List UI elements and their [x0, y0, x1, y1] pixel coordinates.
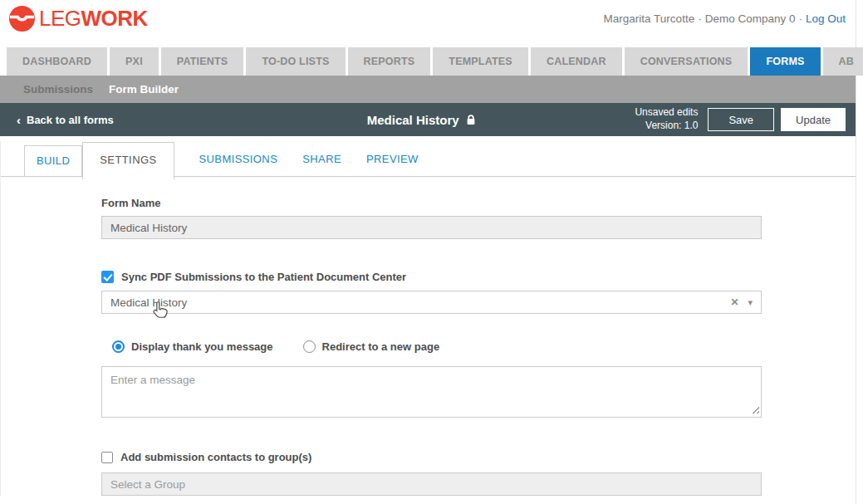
form-name-label: Form Name [101, 197, 762, 209]
clear-selection-icon[interactable]: ✕ [730, 296, 738, 308]
add-to-group-checkbox[interactable] [101, 452, 113, 463]
nav-tab-dashboard[interactable]: DASHBOARD [7, 47, 107, 76]
legwork-logo[interactable]: LEGWORK [8, 5, 148, 32]
redirect-new-page-label: Redirect to a new page [322, 340, 440, 353]
update-button[interactable]: Update [781, 108, 846, 131]
subnav-item-form-builder[interactable]: Form Builder [109, 83, 179, 95]
tab-share[interactable]: SHARE [302, 153, 341, 176]
select-controls: ✕ ▾ [730, 291, 753, 313]
separator: · [698, 12, 702, 25]
nav-tab-todo-lists[interactable]: TO-DO LISTS [246, 47, 345, 76]
form-title-text: Medical History [367, 113, 459, 127]
nav-tab-ab[interactable]: AB [823, 47, 863, 76]
primary-nav: DASHBOARD PXI PATIENTS TO-DO LISTS REPOR… [0, 37, 856, 76]
form-name-input[interactable] [101, 216, 762, 239]
nav-tab-pxi[interactable]: PXI [110, 47, 159, 76]
form-title: Medical History [208, 113, 635, 127]
redirect-new-page-radio[interactable] [303, 340, 316, 353]
save-button[interactable]: Save [708, 108, 774, 131]
separator: · [798, 12, 802, 25]
document-type-select[interactable]: Medical History ✕ ▾ [101, 291, 762, 314]
add-to-group-label: Add submission contacts to group(s) [120, 451, 311, 463]
forms-subnav: Submissions Form Builder [0, 76, 856, 103]
builder-tabs: BUILD SETTINGS SUBMISSIONS SHARE PREVIEW [1, 141, 856, 177]
logout-link[interactable]: Log Out [806, 12, 846, 25]
group-select-input[interactable] [101, 472, 762, 496]
back-to-all-forms-link[interactable]: ‹ Back to all forms [17, 114, 208, 126]
thank-you-message-textarea[interactable] [101, 366, 762, 418]
sync-pdf-checkbox[interactable] [101, 271, 114, 283]
sync-pdf-row: Sync PDF Submissions to the Patient Docu… [101, 271, 762, 283]
user-name: Margarita Turcotte [604, 12, 695, 25]
nav-tab-calendar[interactable]: CALENDAR [531, 47, 622, 76]
document-type-value: Medical History [110, 296, 187, 309]
settings-panel: Form Name Sync PDF Submissions to the Pa… [1, 197, 856, 496]
unsaved-edits-text: Unsaved edits [635, 106, 698, 120]
nav-tab-patients[interactable]: PATIENTS [161, 47, 244, 76]
display-thank-you-label: Display thank you message [131, 340, 273, 353]
form-builder-main: BUILD SETTINGS SUBMISSIONS SHARE PREVIEW… [0, 141, 856, 496]
lock-icon [466, 114, 476, 125]
subnav-item-submissions[interactable]: Submissions [23, 83, 93, 95]
sync-pdf-label: Sync PDF Submissions to the Patient Docu… [121, 271, 406, 283]
display-thank-you-radio[interactable] [112, 340, 125, 353]
thank-you-message-wrap [101, 366, 762, 418]
toolbar-actions: Unsaved edits Version: 1.0 Save Update [635, 106, 846, 132]
legwork-smile-icon [8, 5, 36, 32]
back-label: Back to all forms [27, 114, 114, 126]
company-name: Demo Company 0 [705, 12, 796, 25]
tab-submissions[interactable]: SUBMISSIONS [199, 153, 278, 176]
save-status: Unsaved edits Version: 1.0 [635, 106, 698, 132]
chevron-down-icon[interactable]: ▾ [748, 297, 753, 308]
back-chevron-icon: ‹ [17, 114, 21, 126]
app-window: LEGWORK Margarita Turcotte·Demo Company … [0, 0, 856, 504]
tab-build[interactable]: BUILD [24, 145, 82, 176]
confirmation-options-row: Display thank you message Redirect to a … [101, 340, 762, 353]
nav-tab-templates[interactable]: TEMPLATES [433, 47, 528, 76]
form-toolbar: ‹ Back to all forms Medical History Unsa… [0, 103, 856, 136]
logo-wordmark: LEGWORK [39, 7, 148, 29]
tab-settings[interactable]: SETTINGS [82, 142, 174, 179]
nav-tab-reports[interactable]: REPORTS [348, 47, 431, 76]
add-to-group-row: Add submission contacts to group(s) [101, 451, 762, 463]
tab-preview[interactable]: PREVIEW [366, 153, 419, 176]
version-text: Version: 1.0 [635, 120, 698, 133]
top-header: LEGWORK Margarita Turcotte·Demo Company … [0, 0, 856, 37]
nav-tab-forms[interactable]: FORMS [750, 47, 820, 76]
nav-tab-conversations[interactable]: CONVERSATIONS [625, 47, 748, 76]
user-info: Margarita Turcotte·Demo Company 0·Log Ou… [604, 12, 846, 25]
